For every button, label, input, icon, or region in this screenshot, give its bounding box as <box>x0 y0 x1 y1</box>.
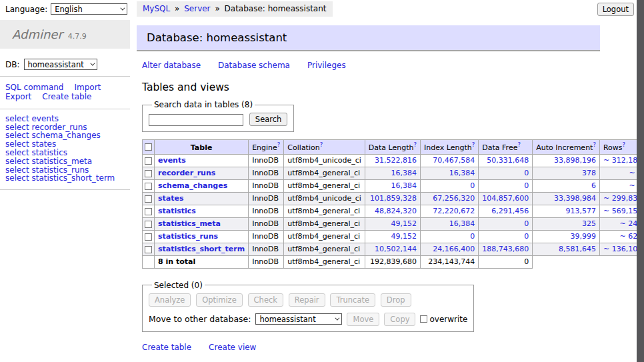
alter-database-link[interactable]: Alter database <box>142 61 201 70</box>
engine-cell: InnoDB <box>249 167 284 179</box>
column-help-link[interactable]: ? <box>517 141 521 148</box>
sidebar-menu: SQL commandImport ExportCreate table <box>5 83 125 102</box>
selected-action-button[interactable]: Drop <box>381 293 411 307</box>
table-name-link[interactable]: events <box>158 156 186 165</box>
search-input[interactable] <box>149 114 243 126</box>
sidebar-link-import[interactable]: Import <box>74 83 101 92</box>
total-row: 8 in total InnoDB utf8mb4_general_ci 192… <box>143 255 644 268</box>
selected-action-button[interactable]: Optimize <box>196 293 243 307</box>
row-checkbox[interactable] <box>145 183 152 190</box>
table-name-link[interactable]: statistics_runs <box>158 232 218 241</box>
table-name-cell: statistics <box>155 205 249 217</box>
row-checkbox[interactable] <box>145 195 152 203</box>
row-checkbox[interactable] <box>145 246 152 253</box>
index-length-link[interactable]: 72,220,672 <box>433 207 475 215</box>
data-free-link[interactable]: 0 <box>524 169 529 177</box>
auto-increment-link[interactable]: 33,398,984 <box>554 194 596 203</box>
row-checkbox-cell <box>143 167 155 179</box>
sidebar-link-export[interactable]: Export <box>5 92 31 101</box>
auto-increment-link[interactable]: 39,999 <box>570 232 596 241</box>
sidebar-link-create-table[interactable]: Create table <box>42 92 91 101</box>
row-checkbox[interactable] <box>145 170 152 177</box>
data-length-link[interactable]: 49,152 <box>391 232 417 241</box>
table-name-link[interactable]: states <box>158 194 184 203</box>
data-length-link[interactable]: 31,522,816 <box>375 156 417 165</box>
row-checkbox[interactable] <box>145 233 152 241</box>
index-length-link[interactable]: 67,256,320 <box>433 194 475 203</box>
column-help-link[interactable]: ? <box>277 141 281 148</box>
table-name-link[interactable]: statistics_short_term <box>158 245 245 253</box>
overwrite-checkbox[interactable] <box>420 315 427 323</box>
index-length-link[interactable]: 70,467,584 <box>433 156 475 165</box>
table-row: statistics_short_term InnoDB utf8mb4_gen… <box>143 243 644 255</box>
search-button[interactable]: Search <box>249 113 288 126</box>
index-length-link[interactable]: 0 <box>470 232 475 241</box>
data-length-link[interactable]: 49,152 <box>391 219 417 228</box>
privileges-link[interactable]: Privileges <box>307 61 346 70</box>
row-checkbox[interactable] <box>145 221 152 228</box>
data-length-cell: 101,859,328 <box>365 192 420 205</box>
table-name-cell: statistics_meta <box>155 217 249 230</box>
create-table-link[interactable]: Create table <box>142 343 191 352</box>
selected-action-button[interactable]: Analyze <box>149 293 191 307</box>
engine-cell: InnoDB <box>249 230 284 243</box>
auto-increment-link[interactable]: 6 <box>591 181 596 190</box>
table-name-link[interactable]: statistics <box>158 207 196 215</box>
data-length-link[interactable]: 10,502,144 <box>375 245 417 253</box>
logout-button[interactable]: Logout <box>597 3 634 16</box>
select-action-link[interactable]: select <box>5 173 29 183</box>
index-length-link[interactable]: 16,384 <box>449 219 475 228</box>
index-length-link[interactable]: 16,384 <box>449 169 475 177</box>
auto-increment-link[interactable]: 378 <box>582 169 596 177</box>
data-free-link[interactable]: 104,857,600 <box>482 194 529 203</box>
column-help-link[interactable]: ? <box>320 141 323 148</box>
language-select[interactable]: English <box>51 3 127 15</box>
row-checkbox[interactable] <box>145 157 152 165</box>
data-free-link[interactable]: 188,743,680 <box>482 245 529 253</box>
index-length-link[interactable]: 24,166,400 <box>433 245 475 253</box>
database-schema-link[interactable]: Database schema <box>218 61 290 70</box>
data-length-link[interactable]: 16,384 <box>391 169 417 177</box>
move-database-select[interactable]: homeassistant <box>255 313 342 325</box>
data-length-link[interactable]: 16,384 <box>391 181 417 190</box>
vertical-scrollbar[interactable] <box>637 0 644 362</box>
data-free-link[interactable]: 50,331,648 <box>487 156 529 165</box>
column-help-link[interactable]: ? <box>623 141 626 148</box>
copy-button[interactable]: Copy <box>384 313 415 326</box>
auto-increment-link[interactable]: 33,898,196 <box>554 156 596 165</box>
collation-cell: utf8mb4_unicode_ci <box>284 154 365 167</box>
index-length-cell: 0 <box>421 230 479 243</box>
selected-action-button[interactable]: Check <box>248 293 283 307</box>
move-database-select-value: homeassistant <box>259 315 315 324</box>
column-help-link[interactable]: ? <box>472 141 475 148</box>
sidebar-table-link[interactable]: statistics_short_term <box>31 173 115 183</box>
data-free-link[interactable]: 0 <box>524 219 529 228</box>
data-free-link[interactable]: 0 <box>524 181 529 190</box>
db-select[interactable]: homeassistant <box>24 59 97 70</box>
sidebar-link-sql-command[interactable]: SQL command <box>5 83 63 92</box>
auto-increment-link[interactable]: 8,581,645 <box>559 245 596 253</box>
auto-increment-cell: 33,398,984 <box>533 192 600 205</box>
select-all-checkbox[interactable] <box>145 143 152 151</box>
data-length-cell: 48,824,320 <box>365 205 420 217</box>
create-view-link[interactable]: Create view <box>209 343 256 352</box>
move-button[interactable]: Move <box>347 313 379 326</box>
breadcrumb-mysql-link[interactable]: MySQL <box>143 4 170 13</box>
selected-action-button[interactable]: Truncate <box>330 293 375 307</box>
auto-increment-link[interactable]: 325 <box>582 219 596 228</box>
table-name-link[interactable]: statistics_meta <box>158 219 221 228</box>
data-length-link[interactable]: 48,824,320 <box>375 207 417 215</box>
breadcrumb-server-link[interactable]: Server <box>184 4 210 13</box>
data-free-link[interactable]: 6,291,456 <box>491 207 529 215</box>
table-name-link[interactable]: schema_changes <box>158 181 227 190</box>
data-free-link[interactable]: 0 <box>524 232 529 241</box>
index-length-link[interactable]: 0 <box>470 181 475 190</box>
selected-action-button[interactable]: Repair <box>289 293 325 307</box>
column-help-link[interactable]: ? <box>593 141 596 148</box>
move-label: Move to other database: <box>149 314 251 324</box>
row-checkbox[interactable] <box>145 208 152 215</box>
data-length-link[interactable]: 101,859,328 <box>370 194 417 203</box>
auto-increment-link[interactable]: 913,577 <box>565 207 596 215</box>
column-help-link[interactable]: ? <box>414 141 417 148</box>
table-name-link[interactable]: recorder_runs <box>158 169 215 177</box>
